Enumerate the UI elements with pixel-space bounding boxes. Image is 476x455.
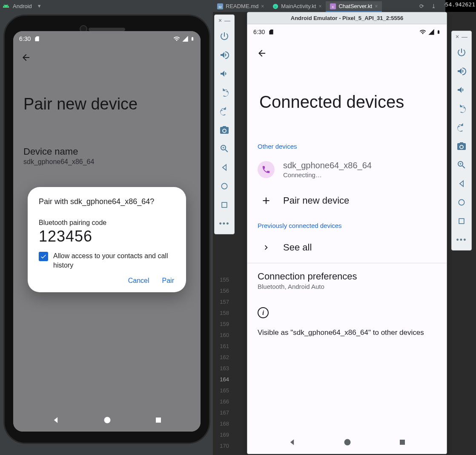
see-all-row[interactable]: See all [247, 232, 447, 263]
more-icon[interactable]: ••• [454, 231, 469, 248]
tab-main-activity[interactable]: K MainActivity.kt × [268, 1, 326, 12]
svg-point-8 [459, 199, 464, 205]
line-number: 163 [213, 363, 232, 374]
battery-icon [436, 29, 441, 35]
nav-back-icon[interactable] [454, 175, 469, 192]
line-number: 161 [213, 341, 232, 352]
nav-home-icon[interactable] [454, 194, 469, 211]
emulator-right-window: Android Emulator - Pixel_5_API_31_2:5556… [247, 12, 447, 454]
more-icon[interactable]: ••• [217, 215, 232, 232]
emulator-left-toolbar: × — ••• [214, 14, 235, 234]
line-number: 164 [213, 374, 232, 385]
device-status: Connecting… [283, 171, 372, 179]
volume-up-icon[interactable] [454, 63, 469, 80]
editor-tab-strip: M README.md × K MainActivity.kt × K Chat… [213, 0, 382, 12]
close-icon[interactable]: × [218, 17, 222, 23]
status-time: 6:30 [19, 35, 31, 42]
android-nav-bar [247, 432, 447, 454]
tab-chat-server[interactable]: K ChatServer.kt × [326, 1, 382, 12]
connection-preferences-row[interactable]: Connection preferences Bluetooth, Androi… [247, 263, 447, 293]
line-number: 157 [213, 297, 232, 308]
plus-icon [261, 195, 272, 206]
pair-button[interactable]: Pair [162, 277, 174, 285]
tab-close-icon[interactable]: × [318, 3, 321, 9]
sd-card-icon [34, 36, 40, 42]
minimize-icon[interactable]: — [224, 17, 230, 23]
nav-overview-button[interactable] [399, 438, 406, 448]
rotate-right-icon[interactable] [454, 119, 469, 136]
info-icon: i [258, 307, 269, 318]
emulator-right-screen[interactable]: 6:30 Connected devices Other devices [247, 24, 447, 454]
download-icon[interactable]: ⤓ [428, 1, 439, 11]
line-number: 156 [213, 285, 232, 297]
tab-label: README.md [226, 3, 258, 9]
kotlin-file-icon: K [272, 3, 278, 9]
rotate-left-icon[interactable] [454, 100, 469, 117]
other-devices-label: Other devices [258, 143, 297, 150]
emulator-left-screen[interactable]: Pair new device Device name sdk_gphone64… [13, 31, 201, 432]
emulator-window-title: Android Emulator - Pixel_5_API_31_2:5556 [247, 12, 447, 24]
status-bar: 6:30 [13, 31, 201, 46]
connecting-device-row[interactable]: sdk_gphone64_x86_64 Connecting… [247, 154, 447, 185]
rotate-right-icon[interactable] [217, 103, 232, 120]
minimize-icon[interactable]: — [462, 34, 467, 40]
project-selector[interactable]: Android [11, 3, 34, 9]
page-title: Connected devices [259, 92, 404, 112]
phone-avatar-icon [258, 161, 275, 178]
line-number: 165 [213, 385, 232, 396]
tab-label: ChatServer.kt [338, 3, 372, 9]
svg-text:K: K [332, 5, 335, 9]
nav-overview-icon[interactable] [217, 196, 232, 213]
tab-close-icon[interactable]: × [375, 3, 378, 9]
zoom-in-icon[interactable] [217, 140, 232, 157]
device-name: sdk_gphone64_x86_64 [283, 161, 372, 170]
cellular-icon [182, 35, 189, 42]
nav-back-button[interactable] [52, 416, 60, 426]
svg-rect-7 [222, 202, 227, 207]
power-icon[interactable] [454, 44, 469, 61]
kotlin-file-icon: K [330, 3, 336, 9]
nav-overview-icon[interactable] [454, 213, 469, 230]
status-bar: 6:30 [247, 24, 447, 40]
svg-rect-11 [156, 418, 161, 423]
volume-up-icon[interactable] [217, 46, 232, 63]
tab-readme[interactable]: M README.md × [213, 1, 268, 12]
line-number: 168 [213, 418, 232, 429]
camera-icon[interactable] [217, 121, 232, 138]
rotate-left-icon[interactable] [217, 84, 232, 101]
line-number: 158 [213, 308, 232, 319]
nav-home-button[interactable] [343, 438, 352, 448]
sd-card-icon [268, 29, 274, 35]
line-number-gutter: 1551561571581591601611621631641651661671… [213, 274, 232, 452]
nav-overview-button[interactable] [155, 416, 162, 426]
line-number: 159 [213, 319, 232, 330]
pair-new-device-row[interactable]: Pair new device [247, 185, 447, 216]
nav-home-icon[interactable] [217, 178, 232, 195]
close-icon[interactable]: × [456, 34, 459, 40]
allow-contacts-checkbox-row[interactable]: Allow access to your contacts and call h… [39, 251, 171, 270]
checkbox-label: Allow access to your contacts and call h… [53, 251, 171, 270]
volume-down-icon[interactable] [217, 65, 232, 82]
tab-close-icon[interactable]: × [261, 3, 264, 9]
line-number: 162 [213, 352, 232, 363]
tab-label: MainActivity.kt [281, 3, 316, 9]
svg-point-10 [104, 417, 110, 423]
nav-home-button[interactable] [103, 416, 112, 426]
zoom-in-icon[interactable] [454, 156, 469, 173]
svg-point-12 [344, 439, 351, 446]
pairing-code-value: 123456 [39, 228, 175, 245]
nav-back-icon[interactable] [217, 159, 232, 176]
arrow-back-icon [257, 48, 267, 58]
volume-down-icon[interactable] [454, 81, 469, 98]
power-icon[interactable] [217, 28, 232, 45]
checkbox-checked-icon[interactable] [39, 252, 48, 261]
dialog-title: Pair with sdk_gphone64_x86_64? [39, 197, 175, 206]
nav-back-button[interactable] [288, 438, 296, 448]
cancel-button[interactable]: Cancel [128, 277, 149, 285]
back-button[interactable] [257, 48, 267, 60]
line-number: 160 [213, 330, 232, 341]
sync-icon[interactable]: ⟳ [416, 1, 427, 11]
camera-icon[interactable] [454, 138, 469, 155]
pair-new-device-label: Pair new device [283, 195, 349, 206]
line-number: 170 [213, 441, 232, 452]
